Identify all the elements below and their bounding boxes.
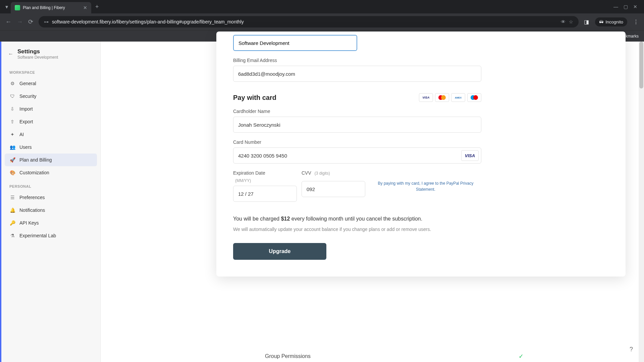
download-icon: ⇩	[9, 106, 15, 112]
settings-sidebar: ← Settings Software Development WORKSPAC…	[0, 42, 101, 362]
sidebar-item-label: Import	[19, 106, 33, 112]
sidebar-item-label: Preferences	[19, 195, 45, 200]
svg-point-4	[441, 95, 446, 100]
billing-email-input[interactable]	[233, 66, 481, 82]
gear-icon: ⚙	[9, 80, 15, 86]
cvv-label: CVV (3 digits)	[302, 170, 365, 176]
url-bar[interactable]: ⊶ software-development.fibery.io/fibery/…	[39, 16, 579, 27]
back-button[interactable]: ←	[5, 18, 11, 25]
address-bar: ← → ⟳ ⊶ software-development.fibery.io/f…	[0, 13, 644, 30]
group-permissions-row: Group Permissions ✓	[265, 353, 524, 360]
charge-summary: You will be charged $12 every following …	[233, 216, 609, 222]
sidebar-item-general[interactable]: ⚙ General	[5, 77, 97, 90]
favicon-icon	[15, 5, 20, 10]
eye-off-icon[interactable]: 👁	[561, 19, 566, 24]
close-window-icon[interactable]: ✕	[633, 4, 637, 9]
sidebar-item-api-keys[interactable]: 🔑 API Keys	[5, 217, 97, 229]
forward-button[interactable]: →	[17, 18, 23, 25]
sidebar-item-label: Export	[19, 119, 33, 124]
upgrade-modal: Billing Email Address Pay with card VISA…	[216, 32, 626, 277]
incognito-label: Incognito	[605, 19, 623, 24]
users-icon: 👥	[9, 144, 15, 150]
flask-icon: ⚗	[9, 233, 15, 239]
sidebar-header: ← Settings Software Development	[5, 48, 97, 65]
tab-strip: ▾ Plan and Billing | Fibery ✕ + — ▢ ✕	[0, 0, 644, 13]
browser-tab[interactable]: Plan and Billing | Fibery ✕	[11, 2, 91, 13]
svg-point-6	[473, 95, 478, 100]
key-icon: 🔑	[9, 220, 15, 226]
sidebar-title: Settings	[17, 48, 58, 55]
sidebar-item-ai[interactable]: ✦ AI	[5, 128, 97, 141]
cardholder-label: Cardholder Name	[233, 109, 481, 114]
sidebar-item-label: AI	[19, 132, 24, 137]
rocket-icon: 🚀	[9, 157, 15, 163]
main-area: % Pay monthly w Billing Email Address Pa…	[101, 42, 644, 362]
sliders-icon: ☰	[9, 194, 15, 200]
sidebar-item-label: Plan and Billing	[19, 157, 52, 163]
help-button[interactable]: ?	[627, 345, 636, 354]
amex-logo-icon: AMEX	[451, 93, 465, 102]
card-number-label: Card Number	[233, 139, 481, 145]
sidebar-item-plan-billing[interactable]: 🚀 Plan and Billing	[5, 154, 97, 166]
bell-icon: 🔔	[9, 207, 15, 213]
side-panel-icon[interactable]: ◨	[584, 19, 589, 25]
site-settings-icon[interactable]: ⊶	[44, 19, 49, 24]
sidebar-item-experimental[interactable]: ⚗ Experimental Lab	[5, 229, 97, 242]
bookmark-star-icon[interactable]: ☆	[569, 19, 573, 24]
email-label: Billing Email Address	[233, 58, 609, 63]
tab-title: Plan and Billing | Fibery	[23, 5, 80, 10]
paypal-agreement-text: By paying with my card, I agree to the P…	[370, 170, 481, 192]
sidebar-subtitle: Software Development	[17, 55, 58, 60]
sidebar-item-label: Experimental Lab	[19, 233, 56, 238]
scrollbar-thumb[interactable]	[639, 42, 643, 88]
incognito-badge[interactable]: 🕶 Incognito	[595, 17, 627, 26]
sidebar-item-label: General	[19, 81, 36, 86]
pay-with-card-heading: Pay with card	[233, 94, 276, 102]
upgrade-button[interactable]: Upgrade	[233, 243, 326, 260]
expiration-hint: (MM/YY)	[235, 178, 297, 183]
sidebar-item-import[interactable]: ⇩ Import	[5, 103, 97, 115]
minimize-icon[interactable]: —	[613, 4, 618, 9]
sidebar-item-security[interactable]: 🛡 Security	[5, 90, 97, 103]
sidebar-item-label: Customization	[19, 170, 49, 175]
shield-icon: 🛡	[9, 93, 15, 99]
upload-icon: ⇧	[9, 119, 15, 125]
window-controls: — ▢ ✕	[609, 4, 641, 9]
check-icon: ✓	[519, 353, 524, 360]
sidebar-item-customization[interactable]: 🎨 Customization	[5, 166, 97, 179]
sidebar-item-label: API Keys	[19, 220, 39, 226]
expiration-input[interactable]	[233, 186, 297, 202]
cvv-input[interactable]	[302, 181, 365, 197]
cardholder-name-input[interactable]	[233, 117, 481, 133]
sparkle-icon: ✦	[9, 131, 15, 137]
sidebar-item-label: Notifications	[19, 207, 45, 213]
page-content: ← Settings Software Development WORKSPAC…	[0, 42, 644, 362]
incognito-icon: 🕶	[599, 19, 603, 24]
group-permissions-label: Group Permissions	[265, 353, 311, 359]
sidebar-item-label: Security	[19, 94, 37, 99]
url-text: software-development.fibery.io/fibery/se…	[52, 19, 557, 24]
sidebar-item-label: Users	[19, 144, 32, 150]
card-brand-icon: VISA	[461, 150, 479, 161]
palette-icon: 🎨	[9, 170, 15, 176]
back-arrow-icon[interactable]: ←	[8, 51, 13, 57]
mastercard-logo-icon	[435, 93, 449, 102]
scrollbar-track[interactable]	[639, 42, 644, 362]
card-number-input[interactable]	[233, 147, 481, 164]
maximize-icon[interactable]: ▢	[624, 4, 628, 9]
sidebar-section-personal: PERSONAL	[5, 179, 97, 191]
close-tab-icon[interactable]: ✕	[83, 5, 87, 10]
tab-search-dropdown[interactable]: ▾	[3, 4, 11, 10]
reload-button[interactable]: ⟳	[28, 18, 33, 25]
browser-menu-icon[interactable]: ⋮	[633, 19, 639, 25]
expiration-label: Expiration Date	[233, 170, 297, 176]
sidebar-section-workspace: WORKSPACE	[5, 65, 97, 77]
sidebar-item-preferences[interactable]: ☰ Preferences	[5, 191, 97, 204]
sidebar-item-users[interactable]: 👥 Users	[5, 141, 97, 154]
accepted-cards: VISA AMEX	[419, 93, 481, 102]
new-tab-button[interactable]: +	[91, 3, 103, 10]
company-name-input[interactable]	[233, 35, 357, 51]
visa-logo-icon: VISA	[419, 93, 433, 102]
sidebar-item-notifications[interactable]: 🔔 Notifications	[5, 204, 97, 217]
sidebar-item-export[interactable]: ⇧ Export	[5, 115, 97, 128]
